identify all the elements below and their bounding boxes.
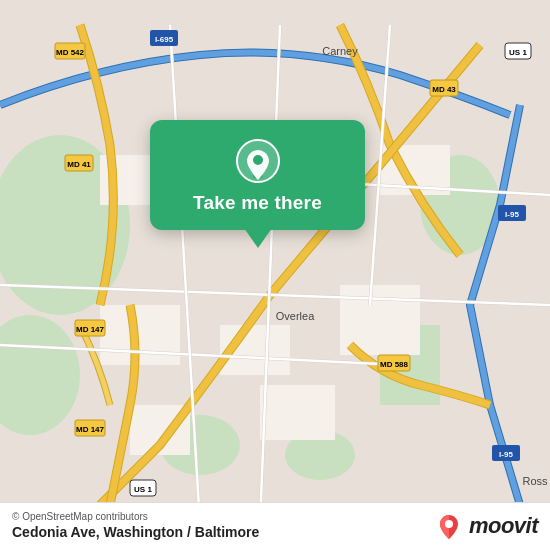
- svg-text:US 1: US 1: [134, 485, 152, 494]
- svg-text:Overlea: Overlea: [276, 310, 315, 322]
- moovit-brand-text: moovit: [469, 513, 538, 539]
- svg-text:MD 43: MD 43: [432, 85, 456, 94]
- moovit-pin-icon: [435, 512, 463, 540]
- moovit-logo: moovit: [435, 512, 538, 540]
- svg-text:I-695: I-695: [155, 35, 174, 44]
- svg-point-53: [253, 155, 263, 165]
- svg-text:MD 542: MD 542: [56, 48, 85, 57]
- svg-text:US 1: US 1: [509, 48, 527, 57]
- map-container: I-695 I-95 I-95 US 1 US 1 MD 43 MD 41 MD…: [0, 0, 550, 550]
- svg-line-22: [260, 25, 280, 525]
- svg-text:Ross: Ross: [522, 475, 548, 487]
- take-me-there-button[interactable]: Take me there: [193, 192, 322, 214]
- osm-attribution: © OpenStreetMap contributors: [12, 511, 259, 522]
- svg-text:MD 41: MD 41: [67, 160, 91, 169]
- svg-point-1: [0, 315, 80, 435]
- svg-text:I-95: I-95: [505, 210, 519, 219]
- popup-card: Take me there: [150, 120, 365, 230]
- bottom-left-info: © OpenStreetMap contributors Cedonia Ave…: [12, 511, 259, 540]
- svg-rect-6: [100, 305, 180, 365]
- map-svg: I-695 I-95 I-95 US 1 US 1 MD 43 MD 41 MD…: [0, 0, 550, 550]
- svg-text:Carney: Carney: [322, 45, 358, 57]
- svg-text:MD 588: MD 588: [380, 360, 409, 369]
- pin-icon: [235, 138, 281, 184]
- svg-text:I-95: I-95: [499, 450, 513, 459]
- svg-text:MD 147: MD 147: [76, 425, 105, 434]
- svg-point-54: [445, 520, 453, 528]
- svg-rect-10: [260, 385, 335, 440]
- svg-text:MD 147: MD 147: [76, 325, 105, 334]
- location-label: Cedonia Ave, Washington / Baltimore: [12, 524, 259, 540]
- bottom-bar: © OpenStreetMap contributors Cedonia Ave…: [0, 502, 550, 550]
